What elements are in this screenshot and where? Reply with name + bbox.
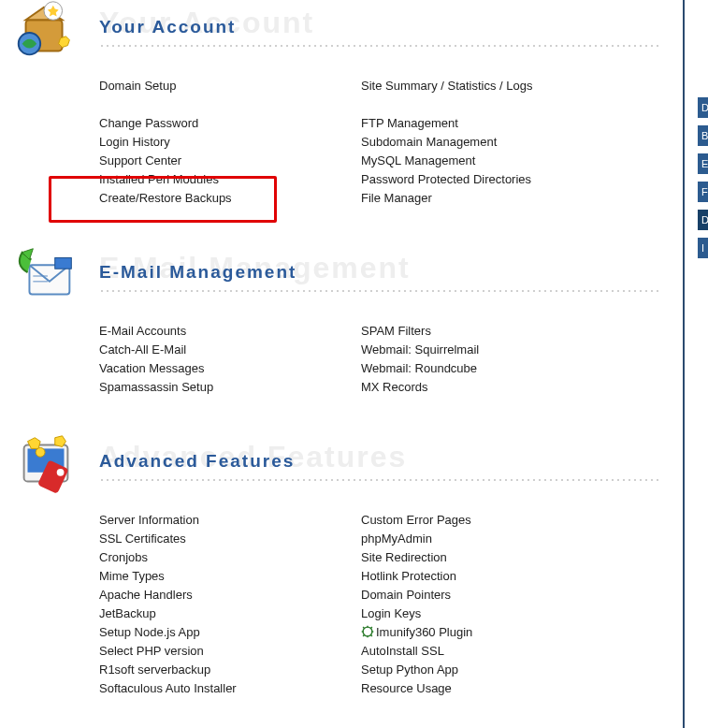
svg-rect-7 bbox=[55, 258, 72, 269]
link-item[interactable]: SPAM Filters bbox=[361, 322, 623, 341]
column-right: Site Summary / Statistics / Logs FTP Man… bbox=[361, 77, 623, 208]
link-item[interactable]: Change Password bbox=[99, 114, 361, 133]
link-item[interactable]: Select PHP version bbox=[99, 642, 361, 661]
link-item[interactable]: File Manager bbox=[361, 189, 623, 208]
link-item[interactable]: Catch-All E-Mail bbox=[99, 341, 361, 359]
divider-dots bbox=[99, 288, 660, 294]
column-left: E-Mail AccountsCatch-All E-MailVacation … bbox=[99, 322, 361, 397]
right-tab[interactable]: F bbox=[698, 182, 708, 202]
column-right: Custom Error PagesphpMyAdminSite Redirec… bbox=[361, 511, 623, 698]
link-item[interactable]: Mime Types bbox=[99, 567, 361, 586]
link-item[interactable]: MySQL Management bbox=[361, 152, 623, 170]
link-item[interactable]: R1soft serverbackup bbox=[99, 661, 361, 679]
link-item[interactable]: Hotlink Protection bbox=[361, 567, 623, 586]
svg-line-24 bbox=[371, 635, 372, 636]
right-tab[interactable]: I bbox=[698, 238, 708, 258]
link-item[interactable]: Password Protected Directories bbox=[361, 170, 623, 189]
link-item[interactable]: Server Information bbox=[99, 511, 361, 530]
link-item bbox=[99, 95, 361, 114]
svg-line-26 bbox=[363, 635, 364, 636]
column-right: SPAM FiltersWebmail: SquirrelmailWebmail… bbox=[361, 322, 623, 397]
link-item[interactable]: Subdomain Management bbox=[361, 133, 623, 152]
svg-point-17 bbox=[36, 447, 45, 457]
section-icon-email bbox=[9, 240, 82, 313]
section-icon-advanced bbox=[9, 429, 82, 502]
link-item[interactable]: Domain Setup bbox=[99, 77, 361, 95]
link-item[interactable]: Vacation Messages bbox=[99, 359, 361, 378]
svg-point-18 bbox=[363, 627, 372, 636]
link-item[interactable]: Imunify360 Plugin bbox=[361, 623, 623, 642]
svg-line-23 bbox=[363, 627, 364, 628]
link-item[interactable]: E-Mail Accounts bbox=[99, 322, 361, 341]
section-title: E-Mail Management bbox=[99, 262, 296, 283]
svg-marker-5 bbox=[59, 36, 70, 48]
right-tab[interactable]: D bbox=[698, 210, 708, 230]
section-title: Advanced Features bbox=[99, 451, 295, 472]
section-title: Your Account bbox=[99, 17, 236, 37]
section-email: E-Mail ManagementE-Mail ManagementE-Mail… bbox=[9, 245, 673, 397]
link-item[interactable]: Webmail: Roundcube bbox=[361, 359, 623, 378]
link-item[interactable]: Apache Handlers bbox=[99, 586, 361, 604]
link-item[interactable]: phpMyAdmin bbox=[361, 530, 623, 548]
link-item[interactable]: FTP Management bbox=[361, 114, 623, 133]
link-item[interactable]: SSL Certificates bbox=[99, 530, 361, 548]
section-account: Your AccountYour AccountDomain Setup Cha… bbox=[9, 0, 673, 208]
column-left: Server InformationSSL CertificatesCronjo… bbox=[99, 511, 361, 698]
link-item[interactable]: Custom Error Pages bbox=[361, 511, 623, 530]
section-advanced: Advanced FeaturesAdvanced FeaturesServer… bbox=[9, 434, 673, 698]
divider-dots bbox=[99, 43, 660, 49]
link-item[interactable]: Resource Usage bbox=[361, 679, 623, 698]
link-item[interactable]: Spamassassin Setup bbox=[99, 378, 361, 397]
right-tab[interactable]: B bbox=[698, 125, 708, 146]
link-item[interactable]: Site Summary / Statistics / Logs bbox=[361, 77, 623, 95]
imunify-icon bbox=[361, 625, 374, 638]
link-item[interactable]: Installed Perl Modules bbox=[99, 170, 361, 189]
section-icon-account bbox=[9, 0, 82, 67]
link-item[interactable]: Create/Restore Backups bbox=[99, 189, 361, 208]
right-tab[interactable]: D bbox=[698, 97, 708, 118]
link-item[interactable]: Webmail: Squirrelmail bbox=[361, 341, 623, 359]
right-tab[interactable]: E bbox=[698, 153, 708, 174]
link-item[interactable]: Domain Pointers bbox=[361, 586, 623, 604]
link-item bbox=[361, 95, 623, 114]
link-item[interactable]: JetBackup bbox=[99, 604, 361, 623]
divider-dots bbox=[99, 477, 660, 483]
link-item[interactable]: Login History bbox=[99, 133, 361, 152]
link-item[interactable]: MX Records bbox=[361, 378, 623, 397]
link-item[interactable]: Cronjobs bbox=[99, 548, 361, 567]
link-item[interactable]: Login Keys bbox=[361, 604, 623, 623]
link-item[interactable]: Support Center bbox=[99, 152, 361, 170]
link-label: Imunify360 Plugin bbox=[376, 625, 472, 639]
link-item[interactable]: Softaculous Auto Installer bbox=[99, 679, 361, 698]
link-item[interactable]: Setup Python App bbox=[361, 661, 623, 679]
column-left: Domain Setup Change PasswordLogin Histor… bbox=[99, 77, 361, 208]
link-item[interactable]: AutoInstall SSL bbox=[361, 642, 623, 661]
svg-line-25 bbox=[371, 627, 372, 628]
link-item[interactable]: Site Redirection bbox=[361, 548, 623, 567]
svg-point-16 bbox=[57, 469, 65, 476]
link-item[interactable]: Setup Node.js App bbox=[99, 623, 361, 642]
